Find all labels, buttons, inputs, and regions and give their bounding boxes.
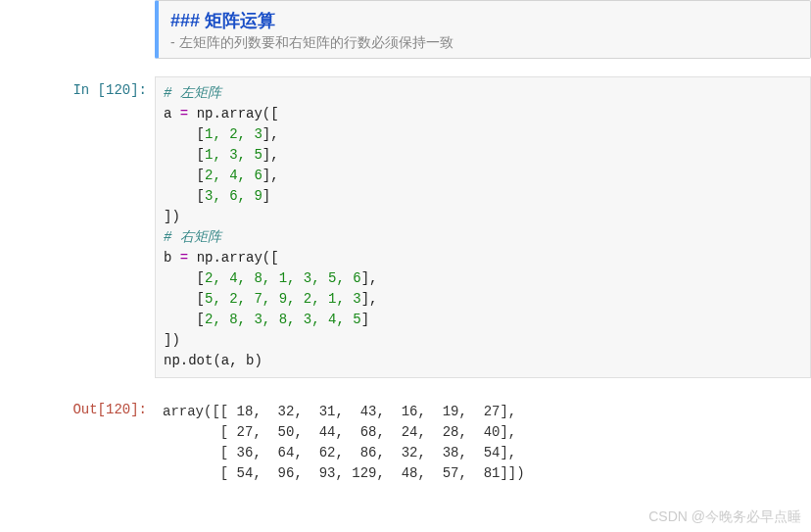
markdown-cell: ### 矩阵运算 - 左矩阵的列数要和右矩阵的行数必须保持一致: [155, 0, 811, 59]
code-comment: # 右矩阵: [164, 229, 221, 245]
markdown-heading: ### 矩阵运算: [170, 9, 798, 32]
code-numbers: 2, 4, 8, 1, 3, 5, 6: [205, 270, 361, 286]
code-operator: =: [180, 250, 197, 266]
code-numbers: 2, 4, 6: [205, 168, 262, 183]
code-numbers: 2, 8, 3, 8, 3, 4, 5: [205, 312, 361, 327]
code-row-close: ],: [262, 126, 279, 142]
code-row: [: [164, 126, 205, 142]
code-row: [: [164, 291, 205, 307]
code-numbers: 1, 2, 3: [205, 126, 262, 142]
markdown-bullet: - 左矩阵的列数要和右矩阵的行数必须保持一致: [170, 34, 798, 52]
code-numbers: 3, 6, 9: [205, 188, 262, 204]
code-row: [: [164, 168, 205, 183]
code-var: b: [164, 250, 180, 266]
code-input[interactable]: # 左矩阵 a = np.array([ [1, 2, 3], [1, 3, 5…: [155, 76, 811, 378]
code-comment: # 左矩阵: [164, 85, 221, 101]
input-prompt: In [120]:: [0, 76, 155, 378]
code-call: np.dot(a, b): [164, 353, 262, 368]
watermark: CSDN @今晚务必早点睡: [648, 508, 801, 526]
code-row-close: ],: [361, 270, 378, 286]
code-row-close: ],: [262, 168, 279, 183]
code-row: [: [164, 270, 205, 286]
code-close: ]): [164, 332, 180, 348]
code-row-close: ],: [361, 291, 378, 307]
code-var: a: [164, 106, 180, 121]
code-numbers: 5, 2, 7, 9, 2, 1, 3: [205, 291, 361, 307]
output-cell: Out[120]: array([[ 18, 32, 31, 43, 16, 1…: [0, 396, 811, 490]
output-prompt: Out[120]:: [0, 396, 155, 490]
code-row-close-last: ]: [361, 312, 369, 327]
code-row: [: [164, 147, 205, 163]
code-call: np.array([: [197, 106, 279, 121]
code-row-close: ],: [262, 147, 279, 163]
code-row-close-last: ]: [262, 188, 270, 204]
code-close: ]): [164, 209, 180, 224]
code-numbers: 1, 3, 5: [205, 147, 262, 163]
output-text: array([[ 18, 32, 31, 43, 16, 19, 27], [ …: [155, 396, 811, 490]
code-call: np.array([: [197, 250, 279, 266]
code-operator: =: [180, 106, 197, 121]
code-row: [: [164, 188, 205, 204]
code-row: [: [164, 312, 205, 327]
input-cell: In [120]: # 左矩阵 a = np.array([ [1, 2, 3]…: [0, 76, 811, 378]
